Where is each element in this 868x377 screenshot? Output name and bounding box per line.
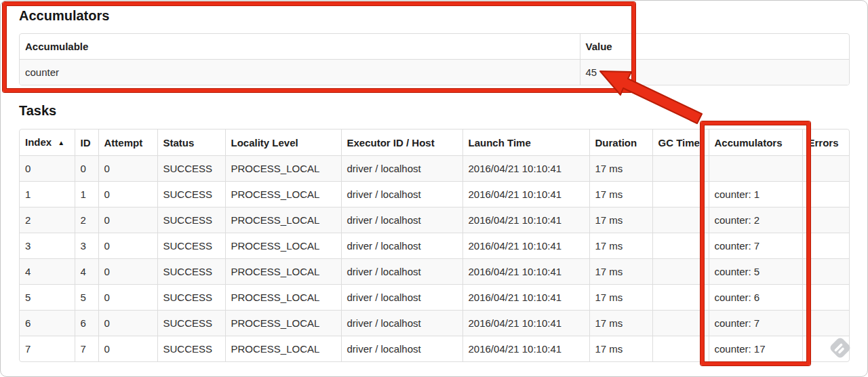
cell-attempt: 0 [98,285,157,311]
cell-locality: PROCESS_LOCAL [225,156,341,182]
cell-index: 6 [20,311,75,336]
sort-ascending-icon: ▲ [58,139,64,146]
column-header-launch[interactable]: Launch Time [462,130,589,156]
cell-id: 1 [75,182,98,207]
table-row: 330SUCCESSPROCESS_LOCALdriver / localhos… [20,233,849,259]
accumulators-table: AccumulableValuecounter45 [19,33,850,85]
cell-launch: 2016/04/21 10:10:41 [462,207,589,233]
cell-locality: PROCESS_LOCAL [225,311,341,336]
cell-id: 7 [75,336,98,362]
cell-gc [652,182,709,207]
cell-errors [802,259,849,285]
cell-id: 5 [75,285,98,311]
cell-status: SUCCESS [157,156,225,182]
cell-launch: 2016/04/21 10:10:41 [462,285,589,311]
cell-gc [652,207,709,233]
cell-launch: 2016/04/21 10:10:41 [462,311,589,336]
cell-index: 3 [20,233,75,259]
column-header-errors[interactable]: Errors [802,130,849,156]
cell-id: 0 [75,156,98,182]
cell-accumulators: counter: 7 [709,233,802,259]
column-header-id[interactable]: ID [75,130,98,156]
cell-launch: 2016/04/21 10:10:41 [462,259,589,285]
cell-status: SUCCESS [157,182,225,207]
cell-index: 0 [20,156,75,182]
cell-locality: PROCESS_LOCAL [225,259,341,285]
cell-launch: 2016/04/21 10:10:41 [462,182,589,207]
cell-index: 7 [20,336,75,362]
cell-errors [802,156,849,182]
column-header-accumulators[interactable]: Accumulators [709,130,802,156]
table-row: counter45 [20,60,849,85]
table-row: 000SUCCESSPROCESS_LOCALdriver / localhos… [20,156,849,182]
cell-accumulators [709,156,802,182]
cell-errors [802,336,849,362]
cell-duration: 17 ms [589,311,652,336]
table-row: 440SUCCESSPROCESS_LOCALdriver / localhos… [20,259,849,285]
cell-locality: PROCESS_LOCAL [225,207,341,233]
cell-attempt: 0 [98,259,157,285]
cell-status: SUCCESS [157,207,225,233]
cell-executor: driver / localhost [341,182,462,207]
cell-executor: driver / localhost [341,259,462,285]
cell-executor: driver / localhost [341,311,462,336]
header-row: AccumulableValue [20,34,849,60]
cell-value: 45 [580,60,849,85]
cell-errors [802,182,849,207]
column-header-value[interactable]: Value [580,34,849,60]
cell-id: 6 [75,311,98,336]
cell-index: 2 [20,207,75,233]
cell-locality: PROCESS_LOCAL [225,182,341,207]
cell-attempt: 0 [98,311,157,336]
cell-gc [652,233,709,259]
column-header-attempt[interactable]: Attempt [98,130,157,156]
cell-gc [652,285,709,311]
cell-index: 4 [20,259,75,285]
cell-launch: 2016/04/21 10:10:41 [462,336,589,362]
cell-accumulators: counter: 1 [709,182,802,207]
cell-accumulators: counter: 2 [709,207,802,233]
table-row: 770SUCCESSPROCESS_LOCALdriver / localhos… [20,336,849,362]
table-row: 660SUCCESSPROCESS_LOCALdriver / localhos… [20,311,849,336]
column-header-index[interactable]: Index▲ [20,130,75,156]
cell-executor: driver / localhost [341,207,462,233]
header-row: Index▲IDAttemptStatusLocality LevelExecu… [20,130,849,156]
spark-stage-page: Accumulators AccumulableValuecounter45 T… [0,0,868,377]
cell-launch: 2016/04/21 10:10:41 [462,233,589,259]
cell-id: 4 [75,259,98,285]
cell-locality: PROCESS_LOCAL [225,233,341,259]
cell-executor: driver / localhost [341,336,462,362]
tasks-heading: Tasks [19,102,56,119]
column-header-executor[interactable]: Executor ID / Host [341,130,462,156]
column-header-locality[interactable]: Locality Level [225,130,341,156]
table-row: 220SUCCESSPROCESS_LOCALdriver / localhos… [20,207,849,233]
cell-attempt: 0 [98,233,157,259]
cell-id: 2 [75,207,98,233]
cell-errors [802,285,849,311]
cell-duration: 17 ms [589,259,652,285]
cell-attempt: 0 [98,207,157,233]
column-header-name[interactable]: Accumulable [20,34,580,60]
cell-gc [652,311,709,336]
cell-errors [802,233,849,259]
cell-duration: 17 ms [589,156,652,182]
cell-duration: 17 ms [589,336,652,362]
cell-gc [652,336,709,362]
cell-attempt: 0 [98,182,157,207]
cell-id: 3 [75,233,98,259]
cell-duration: 17 ms [589,182,652,207]
cell-attempt: 0 [98,156,157,182]
column-header-status[interactable]: Status [157,130,225,156]
cell-name: counter [20,60,580,85]
cell-duration: 17 ms [589,207,652,233]
accumulators-heading: Accumulators [19,7,109,24]
column-header-duration[interactable]: Duration [589,130,652,156]
cell-status: SUCCESS [157,336,225,362]
cell-accumulators: counter: 5 [709,259,802,285]
cell-launch: 2016/04/21 10:10:41 [462,156,589,182]
cell-accumulators: counter: 17 [709,336,802,362]
cell-executor: driver / localhost [341,233,462,259]
column-header-gc[interactable]: GC Time [652,130,709,156]
tasks-table: Index▲IDAttemptStatusLocality LevelExecu… [19,129,850,362]
cell-executor: driver / localhost [341,285,462,311]
